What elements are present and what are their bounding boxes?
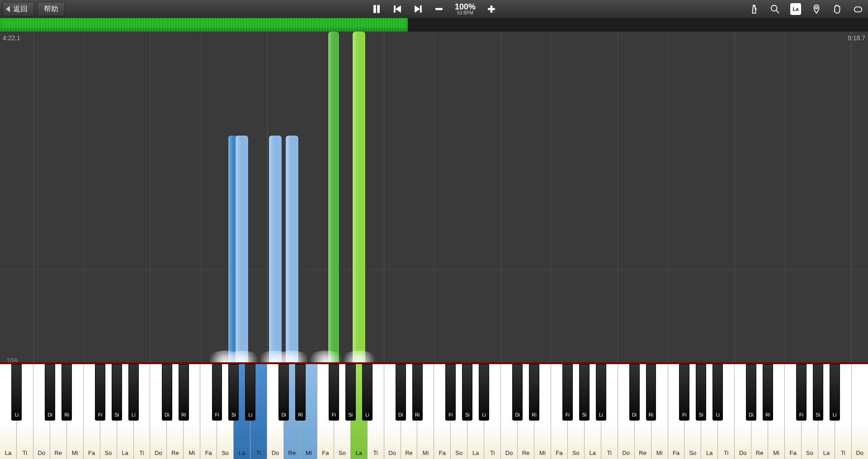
speed-bpm: 53 BPM	[457, 11, 473, 15]
black-key[interactable]: Fi	[329, 364, 339, 421]
falling-note	[328, 32, 339, 364]
black-key[interactable]: Di	[746, 364, 756, 421]
black-key[interactable]: Si	[696, 364, 706, 421]
black-key[interactable]: Ri	[412, 364, 423, 421]
back-button[interactable]: 返回	[3, 2, 34, 16]
svg-rect-8	[491, 6, 492, 13]
black-key[interactable]: Ri	[295, 364, 306, 421]
black-key[interactable]: Li	[479, 364, 489, 421]
black-key[interactable]: Li	[596, 364, 606, 421]
black-key[interactable]: Li	[362, 364, 373, 421]
black-key[interactable]: Di	[629, 364, 640, 421]
metronome-icon[interactable]	[749, 4, 760, 14]
svg-rect-0	[374, 5, 376, 13]
falling-note	[353, 32, 365, 364]
black-key[interactable]: Ri	[179, 364, 189, 421]
svg-point-11	[771, 5, 777, 11]
svg-rect-1	[377, 5, 380, 13]
prev-button[interactable]	[392, 4, 402, 14]
top-bar: 返回 帮助 100% 53 BPM La	[0, 0, 868, 19]
svg-rect-2	[394, 6, 396, 13]
black-key[interactable]: Di	[512, 364, 523, 421]
black-key[interactable]: Ri	[61, 364, 72, 421]
black-key[interactable]: Si	[112, 364, 122, 421]
pause-button[interactable]	[372, 4, 382, 14]
svg-rect-6	[436, 8, 443, 10]
black-key[interactable]: Li	[712, 364, 723, 421]
svg-rect-4	[420, 6, 422, 13]
piano-keyboard[interactable]: LaTiDoReMiFaSoLaTiDoReMiFaSoLaTiDoReMiFa…	[0, 362, 868, 459]
svg-marker-3	[396, 6, 401, 13]
black-key[interactable]: Di	[45, 364, 55, 421]
black-key[interactable]: Di	[162, 364, 172, 421]
falling-note	[269, 136, 282, 364]
note-labels-icon[interactable]: La	[790, 4, 801, 14]
search-icon[interactable]	[769, 4, 780, 14]
black-key[interactable]: Si	[228, 364, 239, 421]
black-key[interactable]: Fi	[679, 364, 689, 421]
black-key[interactable]: Ri	[529, 364, 539, 421]
playback-controls: 100% 53 BPM	[372, 3, 496, 15]
falling-note	[286, 136, 298, 364]
help-button[interactable]: 帮助	[37, 2, 65, 16]
svg-rect-14	[854, 7, 862, 12]
black-key[interactable]: Li	[245, 364, 255, 421]
black-key[interactable]: Si	[813, 364, 823, 421]
time-total: 9:18.7	[848, 34, 865, 42]
speed-up-button[interactable]	[486, 4, 496, 14]
hand-icon[interactable]	[832, 4, 843, 14]
black-key[interactable]: Si	[345, 364, 356, 421]
speed-display[interactable]: 100% 53 BPM	[455, 3, 476, 15]
note-fall-area[interactable]: 4:22.1 9:18.7	[0, 32, 868, 364]
progress-bar[interactable]	[0, 18, 868, 32]
svg-marker-5	[415, 6, 420, 13]
white-key[interactable]: Do	[852, 364, 868, 459]
black-key[interactable]: Fi	[562, 364, 573, 421]
black-key[interactable]: Fi	[212, 364, 222, 421]
black-key[interactable]: Si	[579, 364, 590, 421]
right-toolbar: La	[749, 0, 863, 18]
next-button[interactable]	[413, 4, 423, 14]
black-key[interactable]: Fi	[796, 364, 807, 421]
bookmark-icon[interactable]	[811, 4, 822, 14]
black-key[interactable]: Si	[462, 364, 472, 421]
progress-fill	[0, 18, 408, 32]
black-key[interactable]: Fi	[445, 364, 456, 421]
svg-line-12	[776, 10, 779, 13]
black-key[interactable]: Fi	[95, 364, 105, 421]
black-key[interactable]: Ri	[646, 364, 656, 421]
speed-down-button[interactable]	[434, 4, 444, 14]
black-key[interactable]: Ri	[763, 364, 773, 421]
black-key[interactable]: Di	[396, 364, 406, 421]
black-key[interactable]: Li	[830, 364, 840, 421]
falling-note	[236, 136, 248, 364]
speed-percent: 100%	[455, 3, 476, 11]
svg-point-13	[816, 7, 818, 9]
black-key[interactable]: Di	[278, 364, 289, 421]
black-key[interactable]: Li	[11, 364, 22, 421]
time-current: 4:22.1	[3, 34, 20, 42]
loop-icon[interactable]	[853, 4, 863, 14]
black-key[interactable]: Li	[128, 364, 139, 421]
